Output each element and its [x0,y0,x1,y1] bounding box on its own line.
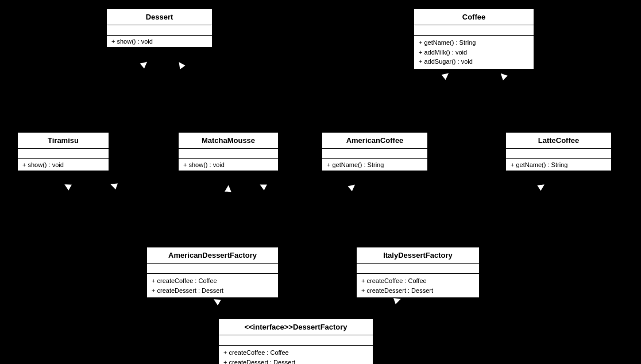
svg-line-2 [63,61,148,132]
class-americandessertfactory-title: AmericanDessertFactory [147,247,278,264]
svg-line-4 [375,72,450,132]
class-italydessertfactory-methods: + createCoffee : Coffee + createDessert … [357,274,479,297]
class-coffee-title: Coffee [414,9,534,25]
class-lattecoffee-fields [506,149,611,159]
svg-line-12 [213,299,247,319]
class-matchamousse-methods: + show() : void [179,159,278,171]
svg-line-3 [178,61,229,132]
class-coffee-fields [414,25,534,36]
class-americancoffee-fields [322,149,427,159]
class-matchamousse: MatchaMousse + show() : void [178,132,279,171]
class-lattecoffee: LatteCoffee + getName() : String [505,132,612,171]
class-tiramisu-methods: + show() : void [18,159,109,171]
class-coffee: Coffee + getName() : String + addMilk() … [414,9,534,69]
svg-line-11 [448,184,546,247]
class-lattecoffee-methods: + getName() : String [506,159,611,171]
svg-line-10 [258,184,379,247]
class-matchamousse-fields [179,149,278,159]
svg-line-6 [63,184,178,247]
class-tiramisu-title: Tiramisu [18,133,109,149]
svg-line-8 [279,184,356,247]
class-americancoffee: AmericanCoffee + getName() : String [322,132,428,171]
class-dessert-methods: + show() : void [107,36,212,47]
class-dessertfactory-fields [219,335,373,346]
class-americandessertfactory: AmericanDessertFactory + createCoffee : … [146,247,279,298]
svg-line-13 [345,299,402,319]
class-americandessertfactory-fields [147,264,278,274]
arrows-layer [0,0,641,364]
class-dessertfactory: <<interface>>DessertFactory + createCoff… [218,319,373,364]
svg-line-5 [500,72,559,132]
class-matchamousse-title: MatchaMousse [179,133,278,149]
class-dessert: Dessert + show() : void [106,9,213,48]
svg-line-7 [224,184,229,247]
class-italydessertfactory: ItalyDessertFactory + createCoffee : Cof… [356,247,480,298]
class-americancoffee-title: AmericanCoffee [322,133,427,149]
class-italydessertfactory-fields [357,264,479,274]
class-americandessertfactory-methods: + createCoffee : Coffee + createDessert … [147,274,278,297]
class-americancoffee-methods: + getName() : String [322,159,427,171]
class-tiramisu: Tiramisu + show() : void [17,132,109,171]
class-tiramisu-fields [18,149,109,159]
class-dessert-fields [107,25,212,36]
class-lattecoffee-title: LatteCoffee [506,133,611,149]
class-italydessertfactory-title: ItalyDessertFactory [357,247,479,264]
uml-diagram: Dessert + show() : void Coffee + getName… [0,0,641,364]
class-dessertfactory-methods: + createCoffee : Coffee + createDessert … [219,346,373,364]
class-dessert-title: Dessert [107,9,212,25]
class-dessertfactory-title: <<interface>>DessertFactory [219,319,373,335]
class-coffee-methods: + getName() : String + addMilk() : void … [414,36,534,69]
